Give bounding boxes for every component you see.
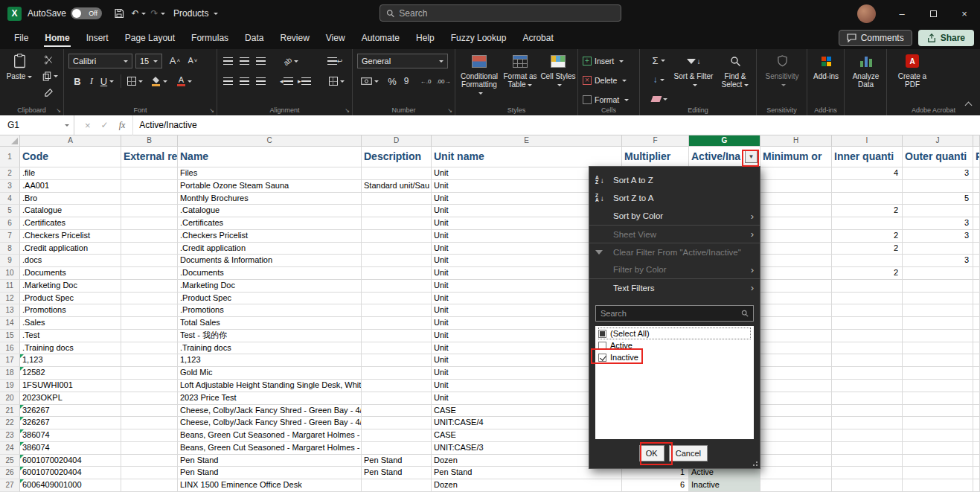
cell-C4[interactable]: Monthly Brochures [178, 193, 362, 205]
cell-B17[interactable] [121, 354, 178, 367]
cell-A9[interactable]: .docs [20, 255, 121, 267]
row-header-27[interactable]: 27 [0, 479, 20, 492]
header-cell-A[interactable]: Code [20, 147, 121, 167]
cell-H14[interactable] [760, 317, 832, 330]
number-dialog-launcher[interactable]: ↘ [447, 108, 452, 114]
cell-A18[interactable]: 12582 [20, 367, 121, 380]
underline-button[interactable]: U [98, 74, 116, 88]
column-header-B[interactable]: B [121, 135, 178, 147]
cell-A16[interactable]: .Training docs [20, 342, 121, 355]
cell-K14[interactable] [973, 317, 980, 330]
cell-D5[interactable] [362, 205, 432, 217]
ok-button[interactable]: OK [639, 445, 664, 461]
header-cell-F[interactable]: Multiplier [622, 147, 689, 167]
menu-item-sheet-view[interactable]: Sheet View› [589, 225, 760, 243]
cell-K4[interactable] [973, 193, 980, 205]
maximize-button[interactable] [917, 0, 949, 27]
cell-B26[interactable] [121, 467, 178, 479]
bold-button[interactable]: B [71, 74, 83, 88]
borders-button[interactable] [125, 74, 144, 88]
decrease-decimal-button[interactable]: .00→ [435, 74, 452, 88]
align-right-button[interactable] [256, 74, 266, 88]
tab-help[interactable]: Help [408, 28, 443, 48]
cell-J8[interactable] [903, 243, 973, 255]
cell-C18[interactable]: Gold Mic [178, 367, 362, 380]
cell-H12[interactable] [760, 293, 832, 305]
cell-H17[interactable] [760, 354, 832, 367]
formula-bar-value[interactable]: Active/Inactive [139, 120, 196, 130]
cell-A25[interactable]: 6001070020404 [20, 455, 121, 467]
row-header-2[interactable]: 2 [0, 167, 20, 180]
cell-K11[interactable] [973, 280, 980, 293]
cell-J6[interactable]: 3 [903, 217, 973, 230]
autosave-toggle[interactable]: Off [71, 7, 102, 19]
cell-H16[interactable] [760, 342, 832, 355]
cell-H26[interactable] [760, 467, 832, 479]
cell-C11[interactable]: .Marketing Doc [178, 280, 362, 293]
row-header-17[interactable]: 17 [0, 354, 20, 367]
cell-B10[interactable] [121, 267, 178, 280]
cell-C3[interactable]: Portable Ozone Steam Sauna [178, 180, 362, 193]
excel-app-icon[interactable]: X [7, 7, 22, 21]
save-button[interactable] [109, 3, 129, 24]
cell-H8[interactable] [760, 243, 832, 255]
tab-acrobat[interactable]: Acrobat [514, 28, 561, 48]
cell-D19[interactable] [362, 380, 432, 392]
row-header-14[interactable]: 14 [0, 317, 20, 330]
cell-B3[interactable] [121, 180, 178, 193]
sensitivity-button[interactable]: Sensitivity [763, 52, 801, 89]
header-cell-J[interactable]: Outer quanti [903, 147, 973, 167]
filter-option-inactive[interactable]: Inactive [598, 351, 751, 363]
cell-D24[interactable] [362, 442, 432, 455]
column-header-G[interactable]: G [689, 135, 760, 147]
italic-button[interactable]: I [86, 74, 97, 88]
orientation-button[interactable]: ab [280, 54, 302, 68]
row-header-26[interactable]: 26 [0, 467, 20, 479]
wrap-text-button[interactable]: ↩ [326, 54, 344, 68]
row-header-11[interactable]: 11 [0, 280, 20, 293]
cell-A4[interactable]: .Bro [20, 193, 121, 205]
row-header-22[interactable]: 22 [0, 417, 20, 429]
cell-J9[interactable]: 3 [903, 255, 973, 267]
tab-home[interactable]: Home [36, 28, 77, 48]
format-painter-button[interactable] [40, 86, 57, 99]
cell-C6[interactable]: .Certificates [178, 217, 362, 230]
insert-function-button[interactable]: fx [119, 120, 126, 131]
top-align-button[interactable] [223, 54, 233, 68]
cell-J5[interactable] [903, 205, 973, 217]
cell-K19[interactable] [973, 380, 980, 392]
cell-D10[interactable] [362, 267, 432, 280]
cell-B9[interactable] [121, 255, 178, 267]
cell-J17[interactable] [903, 354, 973, 367]
cell-I18[interactable] [832, 367, 903, 380]
cell-B20[interactable] [121, 392, 178, 405]
cell-B24[interactable] [121, 442, 178, 455]
cell-K17[interactable] [973, 354, 980, 367]
cell-D22[interactable] [362, 417, 432, 429]
row-header-19[interactable]: 19 [0, 380, 20, 392]
row-header-3[interactable]: 3 [0, 180, 20, 193]
cell-B22[interactable] [121, 417, 178, 429]
header-cell-next[interactable]: P [973, 147, 980, 167]
cell-I9[interactable] [832, 255, 903, 267]
cell-H18[interactable] [760, 367, 832, 380]
filter-option-select-all[interactable]: (Select All) [598, 328, 751, 339]
filter-option-active[interactable]: Active [598, 339, 751, 351]
cancel-entry-icon[interactable]: × [85, 120, 91, 131]
bottom-align-button[interactable] [256, 54, 266, 68]
cell-J4[interactable]: 5 [903, 193, 973, 205]
cell-I11[interactable] [832, 280, 903, 293]
cell-J20[interactable] [903, 392, 973, 405]
cell-H2[interactable] [760, 167, 832, 180]
cell-D3[interactable]: Standard unit/Sau [362, 180, 432, 193]
tab-insert[interactable]: Insert [78, 28, 117, 48]
cell-H11[interactable] [760, 280, 832, 293]
cell-K16[interactable] [973, 342, 980, 355]
cell-B2[interactable] [121, 167, 178, 180]
font-family-combo[interactable]: Calibri [68, 54, 132, 68]
comma-style-button[interactable]: 9 [400, 74, 412, 88]
cell-C12[interactable]: .Product Spec [178, 293, 362, 305]
cell-I21[interactable] [832, 405, 903, 418]
cell-H13[interactable] [760, 304, 832, 317]
cell-K3[interactable] [973, 180, 980, 193]
